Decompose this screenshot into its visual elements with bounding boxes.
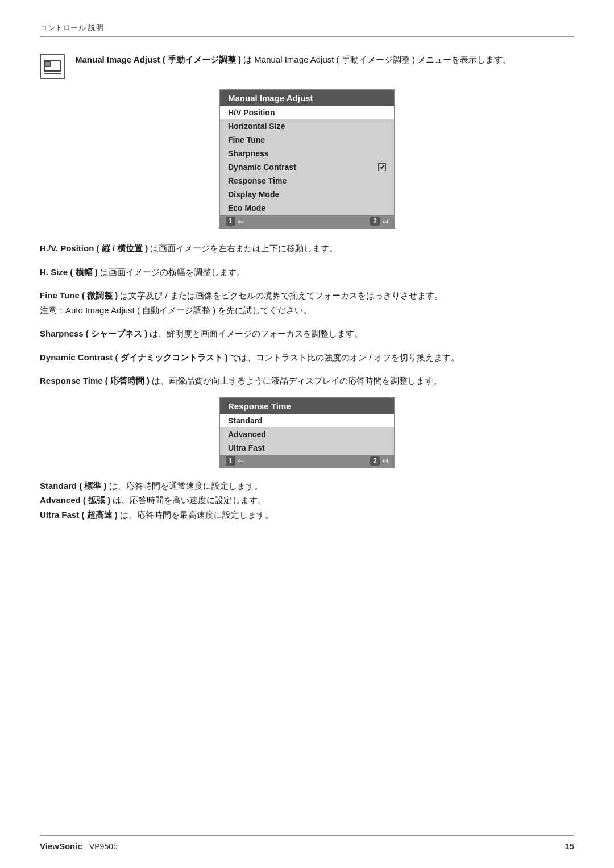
footer-right-arrow: ⤆ (382, 217, 388, 226)
response-ultrafast-desc: Ultra Fast ( 超高速 ) は、応答時間を最高速度に設定します。 (40, 508, 574, 522)
response-advanced-bold: Advanced ( 拡張 ) (40, 495, 110, 505)
response-menu-items-container: StandardAdvancedUltra Fast (220, 414, 394, 455)
response-menu-title: Response Time (220, 398, 394, 414)
manual-menu-item: Display Mode (220, 188, 394, 201)
response-advanced-text: は、応答時間を高い速度に設定します。 (110, 495, 266, 505)
manual-menu-item: Horizontal Size (220, 119, 394, 133)
response-footer-left-arrow: ⤆ (238, 456, 244, 465)
footer-brand-area: ViewSonic VP950b (40, 841, 118, 851)
para-hsize-text: は画面イメージの横幅を調整します。 (98, 267, 245, 277)
manual-image-icon (40, 54, 65, 79)
para-rt-text: は、画像品質が向上するように液晶ディスプレイの応答時間を調整します。 (150, 376, 442, 385)
manual-image-menu: Manual Image Adjust H/V PositionHorizont… (219, 89, 395, 229)
footer-right: 2 ⤆ (370, 217, 388, 226)
para-dynamic-contrast: Dynamic Contrast ( ダイナミックコントラスト ) では、コント… (40, 350, 574, 365)
response-time-menu: Response Time StandardAdvancedUltra Fast… (219, 397, 395, 468)
response-menu-footer: 1 ⤆ 2 ⤆ (220, 455, 394, 467)
para-rt-bold: Response Time ( 応答時間 ) (40, 376, 150, 385)
response-ultrafast-bold: Ultra Fast ( 超高速 ) (40, 510, 118, 520)
manual-menu-item: Fine Tune (220, 133, 394, 147)
response-menu-item: Standard (220, 414, 394, 427)
response-footer-right-arrow: ⤆ (382, 456, 388, 465)
intro-body: は Manual Image Adjust ( 手動イメージ調整 ) メニューを… (241, 55, 511, 64)
checkbox-icon: ✔ (378, 163, 386, 171)
para-sharpness-bold: Sharpness ( シャープネス ) (40, 329, 147, 338)
breadcrumb-bar: コントロール 説明 (40, 23, 574, 37)
footer-brand: ViewSonic (40, 841, 82, 851)
footer-left: 1 ⤆ (226, 217, 244, 226)
manual-menu-item: Sharpness (220, 147, 394, 160)
intro-bold: Manual Image Adjust ( 手動イメージ調整 ) (75, 55, 241, 64)
response-footer-right: 2 ⤆ (370, 456, 388, 466)
para-hv-bold: H./V. Position ( 縦 / 横位置 ) (40, 243, 148, 253)
response-ultrafast-text: は、応答時間を最高速度に設定します。 (118, 510, 273, 520)
response-footer-left: 1 ⤆ (226, 456, 244, 466)
footer-page-number: 15 (565, 841, 574, 851)
para-finetune: Fine Tune ( 微調整 ) は文字及び / または画像をピクセルの境界で… (40, 288, 574, 317)
intro-text: Manual Image Adjust ( 手動イメージ調整 ) は Manua… (75, 53, 511, 67)
footer-model: VP950b (89, 842, 118, 851)
manual-menu-footer: 1 ⤆ 2 ⤆ (220, 215, 394, 227)
para-dc-bold: Dynamic Contrast ( ダイナミックコントラスト ) (40, 352, 228, 362)
para-finetune-text: は文字及び / または画像をピクセルの境界で揃えてフォーカスをはっきりさせます。 (118, 290, 443, 300)
para-sharpness-text: は、鮮明度と画面イメージのフォーカスを調整します。 (147, 329, 363, 338)
footer-left-num: 1 (226, 217, 235, 226)
para-response-time: Response Time ( 応答時間 ) は、画像品質が向上するように液晶デ… (40, 373, 574, 388)
manual-menu-items-container: H/V PositionHorizontal SizeFine TuneShar… (220, 106, 394, 215)
para-finetune-bold: Fine Tune ( 微調整 ) (40, 290, 118, 300)
manual-menu-item: Dynamic Contrast✔ (220, 160, 394, 174)
response-footer-left-num: 1 (226, 456, 235, 466)
intro-block: Manual Image Adjust ( 手動イメージ調整 ) は Manua… (40, 53, 574, 79)
para-finetune-note: 注意：Auto Image Adjust ( 自動イメージ調整 ) を先に試して… (40, 305, 312, 315)
response-footer-right-num: 2 (370, 456, 380, 466)
response-advanced-desc: Advanced ( 拡張 ) は、応答時間を高い速度に設定します。 (40, 493, 574, 508)
response-standard-desc: Standard ( 標準 ) は、応答時間を通常速度に設定します。 (40, 479, 574, 493)
para-hsize: H. Size ( 横幅 ) は画面イメージの横幅を調整します。 (40, 265, 574, 280)
response-standard-text: は、応答時間を通常速度に設定します。 (107, 481, 263, 491)
manual-menu-item: Eco Mode (220, 201, 394, 215)
para-dc-text: では、コントラスト比の強度のオン / オフを切り換えます。 (228, 352, 459, 362)
response-desc-block: Standard ( 標準 ) は、応答時間を通常速度に設定します。 Advan… (40, 479, 574, 522)
footer-right-num: 2 (370, 217, 380, 226)
footer-left-arrow: ⤆ (238, 217, 244, 226)
breadcrumb: コントロール 説明 (40, 23, 103, 33)
manual-menu-item: H/V Position (220, 106, 394, 119)
page-footer: ViewSonic VP950b 15 (40, 835, 574, 851)
para-hsize-bold: H. Size ( 横幅 ) (40, 267, 98, 277)
response-menu-item: Advanced (220, 427, 394, 441)
manual-menu-item: Response Time (220, 174, 394, 188)
para-sharpness: Sharpness ( シャープネス ) は、鮮明度と画面イメージのフォーカスを… (40, 326, 574, 341)
para-hv-position: H./V. Position ( 縦 / 横位置 ) は画面イメージを左右または… (40, 241, 574, 256)
response-standard-bold: Standard ( 標準 ) (40, 481, 107, 491)
manual-image-menu-title: Manual Image Adjust (220, 90, 394, 106)
response-menu-item: Ultra Fast (220, 441, 394, 455)
para-hv-text: は画面イメージを左右または上下に移動します。 (148, 243, 338, 253)
